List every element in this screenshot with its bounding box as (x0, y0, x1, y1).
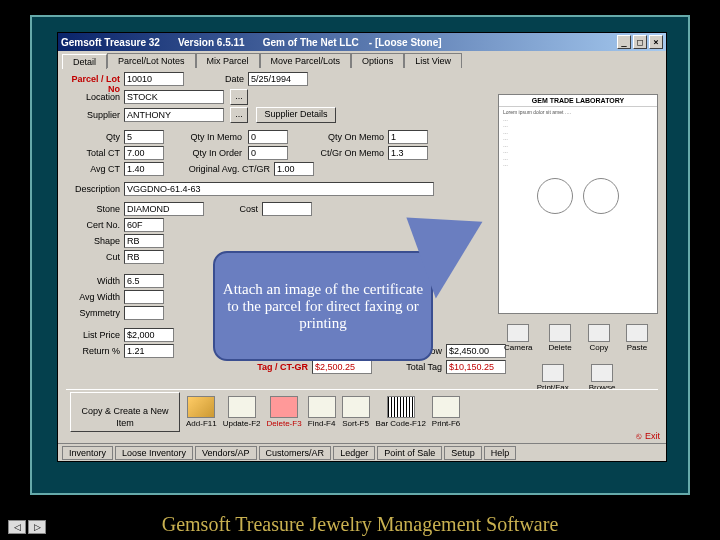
tab-options[interactable]: Options (351, 53, 404, 68)
gem-diagram-icon (583, 178, 619, 214)
gem-diagram-icon (537, 178, 573, 214)
update-button[interactable]: Update-F2 (223, 396, 261, 428)
print-fax-button[interactable]: Print/Fax (537, 364, 569, 392)
input-parcel[interactable]: 10010 (124, 72, 184, 86)
mod-loose-inventory[interactable]: Loose Inventory (115, 446, 193, 460)
input-tag-ct[interactable]: $2,500.25 (312, 360, 372, 374)
input-total-ct[interactable]: 7.00 (124, 146, 164, 160)
find-button[interactable]: Find-F4 (308, 396, 336, 428)
next-slide-button[interactable]: ▷ (28, 520, 46, 534)
titlebar: Gemsoft Treasure 32 Version 6.5.11 Gem o… (58, 33, 666, 51)
input-return-pct[interactable]: 1.21 (124, 344, 174, 358)
input-cost[interactable] (262, 202, 312, 216)
input-ct-on-memo[interactable]: 1.3 (388, 146, 428, 160)
input-qty-in-order[interactable]: 0 (248, 146, 288, 160)
add-button[interactable]: Add-F11 (186, 396, 217, 428)
tab-mix-parcel[interactable]: Mix Parcel (196, 53, 260, 68)
sort-icon (342, 396, 370, 418)
label-ct-on-memo: Ct/Gr On Memo (306, 148, 384, 158)
app-version: Version 6.5.11 (178, 37, 245, 48)
trash-icon (549, 324, 571, 342)
tab-detail[interactable]: Detail (62, 54, 107, 69)
label-supplier: Supplier (60, 110, 120, 120)
app-window: Gemsoft Treasure 32 Version 6.5.11 Gem o… (57, 32, 667, 462)
delete-button[interactable]: Delete-F3 (266, 396, 301, 428)
copy-create-button[interactable]: Copy & Create a New Item (70, 392, 180, 432)
label-location: Location (60, 92, 120, 102)
mod-ledger[interactable]: Ledger (333, 446, 375, 460)
label-return-pct: Return % (60, 346, 120, 356)
input-width[interactable]: 6.5 (124, 274, 164, 288)
cert-lab-name: GEM TRADE LABORATORY (499, 95, 657, 107)
supplier-details-button[interactable]: Supplier Details (256, 107, 336, 123)
printer-icon (542, 364, 564, 382)
label-stone: Stone (60, 204, 120, 214)
label-qty-in-memo: Qty In Memo (178, 132, 242, 142)
certificate-preview: GEM TRADE LABORATORY Lorem ipsum dolor s… (498, 94, 658, 314)
image-toolbar-2: Print/Fax Browse (496, 364, 656, 392)
sort-button[interactable]: Sort-F5 (342, 396, 370, 428)
input-date[interactable]: 5/25/1994 (248, 72, 308, 86)
update-icon (228, 396, 256, 418)
pencil-icon (187, 396, 215, 418)
maximize-button[interactable]: □ (633, 35, 647, 49)
input-avg-ct[interactable]: 1.40 (124, 162, 164, 176)
label-list-price: List Price (60, 330, 120, 340)
label-cert-no: Cert No. (60, 220, 120, 230)
camera-button[interactable]: Camera (504, 324, 532, 352)
mod-customers[interactable]: Customers/AR (259, 446, 332, 460)
input-qty[interactable]: 5 (124, 130, 164, 144)
lookup-supplier[interactable]: ... (230, 107, 248, 123)
label-orig-avg: Original Avg. CT/GR (170, 164, 270, 174)
input-qty-on-memo[interactable]: 1 (388, 130, 428, 144)
app-company: Gem of The Net LLC (263, 37, 359, 48)
label-date: Date (218, 74, 244, 84)
cert-body: Lorem ipsum dolor sit amet ….…………………… (499, 107, 657, 221)
label-width: Width (60, 276, 120, 286)
mod-inventory[interactable]: Inventory (62, 446, 113, 460)
label-qty-in-order: Qty In Order (178, 148, 242, 158)
input-orig-avg[interactable]: 1.00 (274, 162, 314, 176)
close-button[interactable]: × (649, 35, 663, 49)
input-cert-no[interactable]: 60F (124, 218, 164, 232)
lookup-location[interactable]: ... (230, 89, 248, 105)
input-avg-width[interactable] (124, 290, 164, 304)
label-qty-on-memo: Qty On Memo (314, 132, 384, 142)
app-title: Gemsoft Treasure 32 (61, 37, 160, 48)
copy-image-button[interactable]: Copy (588, 324, 610, 352)
mod-vendors[interactable]: Vendors/AP (195, 446, 257, 460)
exit-button[interactable]: ⎋ Exit (636, 431, 660, 441)
mod-pos[interactable]: Point of Sale (377, 446, 442, 460)
input-location[interactable]: STOCK (124, 90, 224, 104)
print-button[interactable]: Print-F6 (432, 396, 460, 428)
browse-button[interactable]: Browse (589, 364, 616, 392)
label-avg-ct: Avg CT (60, 164, 120, 174)
input-cut[interactable]: RB (124, 250, 164, 264)
input-shape[interactable]: RB (124, 234, 164, 248)
barcode-button[interactable]: Bar Code-F12 (376, 396, 426, 428)
paste-icon (626, 324, 648, 342)
prev-slide-button[interactable]: ◁ (8, 520, 26, 534)
paste-image-button[interactable]: Paste (626, 324, 648, 352)
input-supplier[interactable]: ANTHONY (124, 108, 224, 122)
label-cost: Cost (228, 204, 258, 214)
input-symmetry[interactable] (124, 306, 164, 320)
label-total-tag: Total Tag (388, 362, 442, 372)
copy-icon (588, 324, 610, 342)
input-qty-in-memo[interactable]: 0 (248, 130, 288, 144)
slide-footer: Gemsoft Treasure Jewelry Management Soft… (0, 513, 720, 536)
input-stone[interactable]: DIAMOND (124, 202, 204, 216)
mod-setup[interactable]: Setup (444, 446, 482, 460)
input-list-price[interactable]: $2,000 (124, 328, 174, 342)
label-symmetry: Symmetry (60, 308, 120, 318)
mod-help[interactable]: Help (484, 446, 517, 460)
tab-move-parcel[interactable]: Move Parcel/Lots (260, 53, 352, 68)
label-shape: Shape (60, 236, 120, 246)
label-total-ct: Total CT (60, 148, 120, 158)
input-description[interactable]: VGGDNO-61.4-63 (124, 182, 434, 196)
tab-list-view[interactable]: List View (404, 53, 462, 68)
minimize-button[interactable]: _ (617, 35, 631, 49)
action-toolbar: Copy & Create a New Item Add-F11 Update-… (66, 389, 658, 433)
delete-image-button[interactable]: Delete (549, 324, 572, 352)
tab-parcel-notes[interactable]: Parcel/Lot Notes (107, 53, 196, 68)
